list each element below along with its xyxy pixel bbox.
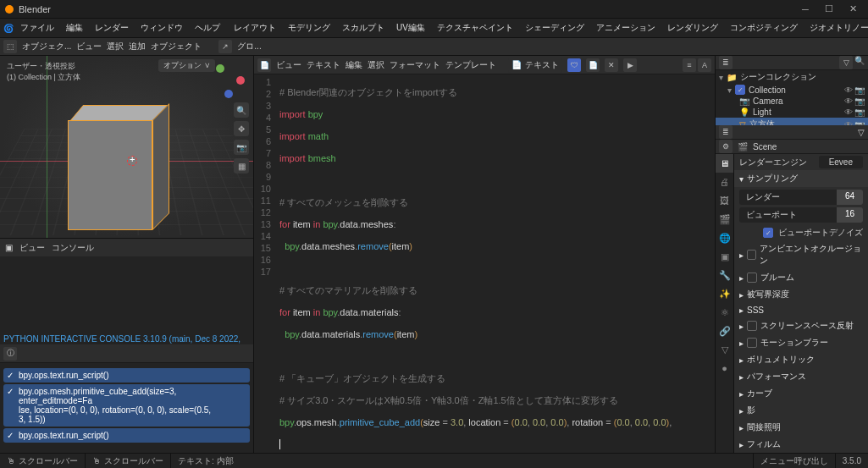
section-shadow[interactable]: ▸影	[734, 402, 868, 419]
tab-shading[interactable]: シェーディング	[520, 20, 589, 36]
outliner-icon[interactable]: ≣	[719, 56, 733, 69]
denoise-checkbox[interactable]: ✓	[763, 228, 773, 238]
close-button[interactable]: ✕	[843, 2, 863, 17]
section-mblur[interactable]: ▸モーションブラー	[734, 334, 868, 351]
code-body[interactable]: # Blender関連のオブジェクトをimportする import bpy i…	[276, 74, 675, 453]
editor-type-icon[interactable]: ⬚	[3, 40, 17, 53]
select-menu[interactable]: 選択	[107, 41, 124, 52]
properties-body[interactable]: レンダーエンジン Eevee ▾サンプリング レンダー64 ビューポート16 ✓…	[734, 154, 868, 453]
tab-texpaint[interactable]: テクスチャペイント	[432, 20, 518, 36]
persp-icon[interactable]: ▦	[234, 158, 249, 173]
props-icon[interactable]: ⚙	[719, 140, 733, 153]
mode-dropdown[interactable]: オブジェク...	[22, 41, 71, 52]
maximize-button[interactable]: ☐	[819, 2, 839, 17]
linewrap-icon[interactable]: ≡	[683, 58, 696, 72]
object-menu[interactable]: オブジェクト	[151, 41, 202, 52]
tab-compositing[interactable]: コンポジティング	[725, 20, 803, 36]
tab-scene-icon[interactable]: 🎬	[716, 210, 733, 228]
tab-viewlayer-icon[interactable]: 🖼	[716, 191, 733, 210]
section-sss[interactable]: ▸SSS	[734, 303, 868, 317]
minimize-button[interactable]: ─	[795, 2, 815, 17]
tab-uv[interactable]: UV編集	[391, 20, 430, 36]
window-titlebar: Blender ─ ☐ ✕	[0, 0, 868, 19]
te-select[interactable]: 選択	[368, 59, 384, 71]
menu-file[interactable]: ファイル	[15, 20, 59, 36]
tab-physics-icon[interactable]: ⚛	[716, 303, 733, 322]
search-icon[interactable]: 🔍	[854, 56, 865, 69]
text-editor-body[interactable]: 1234567891011121314151617 # Blender関連のオブ…	[254, 74, 715, 453]
gizmo-x-icon[interactable]	[236, 76, 245, 85]
tab-render[interactable]: レンダリング	[662, 20, 723, 36]
menu-render[interactable]: レンダー	[90, 20, 134, 36]
new-text-icon[interactable]: 📄	[586, 58, 600, 72]
view-footer-console[interactable]: コンソール	[52, 242, 94, 254]
tab-data-icon[interactable]: ▽	[716, 340, 733, 359]
axis-y-line	[47, 56, 47, 238]
tab-modifier-icon[interactable]: 🔧	[716, 266, 733, 284]
text-name-field[interactable]: 📄 テキスト	[508, 58, 562, 73]
run-script-button[interactable]: ▶	[623, 58, 637, 72]
tab-modeling[interactable]: モデリング	[283, 20, 335, 36]
gizmo-z-icon[interactable]	[224, 90, 233, 98]
te-text[interactable]: テキスト	[307, 59, 340, 71]
outliner-tree[interactable]: ▾📁シーンコレクション ▾✓Collection👁📷 📷Camera👁📷 💡Li…	[716, 70, 868, 125]
view-menu[interactable]: ビュー	[76, 41, 102, 52]
engine-dropdown[interactable]: Eevee	[819, 156, 863, 168]
tab-layout[interactable]: レイアウト	[229, 20, 281, 36]
nav-gizmo[interactable]	[211, 64, 245, 98]
menu-edit[interactable]: 編集	[61, 20, 88, 36]
3d-viewport[interactable]: ユーザー・透視投影 (1) Collection | 立方体 オプション ∨ 🔍…	[0, 56, 253, 238]
section-indirect[interactable]: ▸間接照明	[734, 419, 868, 436]
zoom-icon[interactable]: 🔍	[234, 102, 249, 118]
section-dof[interactable]: ▸被写界深度	[734, 286, 868, 303]
tab-particle-icon[interactable]: ✨	[716, 284, 733, 303]
section-volum[interactable]: ▸ボリュメトリック	[734, 351, 868, 368]
move-view-icon[interactable]: ✥	[234, 121, 249, 136]
tab-anim[interactable]: アニメーション	[591, 20, 661, 36]
tab-world-icon[interactable]: 🌐	[716, 228, 733, 247]
te-template[interactable]: テンプレート	[445, 59, 496, 71]
gizmo-y-icon[interactable]	[216, 64, 224, 73]
te-view[interactable]: ビュー	[276, 59, 301, 71]
menu-window[interactable]: ウィンドウ	[135, 20, 188, 36]
section-ao[interactable]: ▸アンビエントオクルージョン	[734, 240, 868, 269]
editor-type-icon[interactable]: ▣	[5, 243, 13, 252]
python-console[interactable]: PYTHON INTERACTIVE CONSOLE 3.10.9 (main,…	[0, 256, 253, 344]
info-log[interactable]: bpy.ops.text.run_script() bpy.ops.mesh.p…	[0, 363, 253, 451]
options-chip[interactable]: オプション ∨	[158, 59, 215, 72]
orientation-icon[interactable]: ↗	[218, 40, 232, 53]
tab-material-icon[interactable]: ●	[716, 359, 733, 377]
outliner-icon[interactable]: ≣	[719, 125, 733, 139]
te-format[interactable]: フォーマット	[390, 59, 440, 71]
info-log-line: bpy.ops.mesh.primitive_cube_add(size=3, …	[3, 384, 250, 427]
tab-geonodes[interactable]: ジオメトリノード	[804, 20, 868, 36]
tab-render-icon[interactable]: 🖥	[716, 154, 733, 173]
cube-object[interactable]	[68, 105, 163, 232]
tab-sculpt[interactable]: スカルプト	[337, 20, 390, 36]
tab-output-icon[interactable]: 🖨	[716, 173, 733, 191]
syntax-icon[interactable]: A	[698, 58, 711, 72]
section-curve[interactable]: ▸カーブ	[734, 385, 868, 402]
section-sampling[interactable]: ▾サンプリング	[734, 170, 868, 187]
view-footer-view[interactable]: ビュー	[19, 242, 45, 254]
section-film[interactable]: ▸フィルム	[734, 436, 868, 453]
te-edit[interactable]: 編集	[346, 59, 362, 71]
section-perf[interactable]: ▸パフォーマンス	[734, 368, 868, 385]
text-editor-icon[interactable]: 📄	[257, 58, 271, 72]
filter-icon[interactable]: ▽	[839, 56, 853, 69]
menu-help[interactable]: ヘルプ	[190, 20, 225, 36]
filter-icon[interactable]: ▽	[858, 128, 865, 137]
viewport-samples-field[interactable]: ビューポート16	[739, 207, 863, 223]
tab-object-icon[interactable]: ▣	[716, 247, 733, 266]
section-ssr[interactable]: ▸スクリーンスペース反射	[734, 317, 868, 334]
coll-check[interactable]: ✓	[735, 85, 745, 95]
info-editor-icon[interactable]: ⓘ	[3, 347, 17, 361]
global-dropdown[interactable]: グロ...	[237, 41, 261, 52]
section-bloom[interactable]: ▸ブルーム	[734, 269, 868, 286]
unlink-icon[interactable]: ✕	[605, 58, 618, 72]
render-samples-field[interactable]: レンダー64	[739, 190, 863, 205]
add-menu[interactable]: 追加	[129, 41, 146, 52]
tab-constraint-icon[interactable]: 🔗	[716, 322, 733, 340]
shield-icon[interactable]: 🛡	[567, 58, 581, 72]
camera-view-icon[interactable]: 📷	[234, 140, 249, 155]
